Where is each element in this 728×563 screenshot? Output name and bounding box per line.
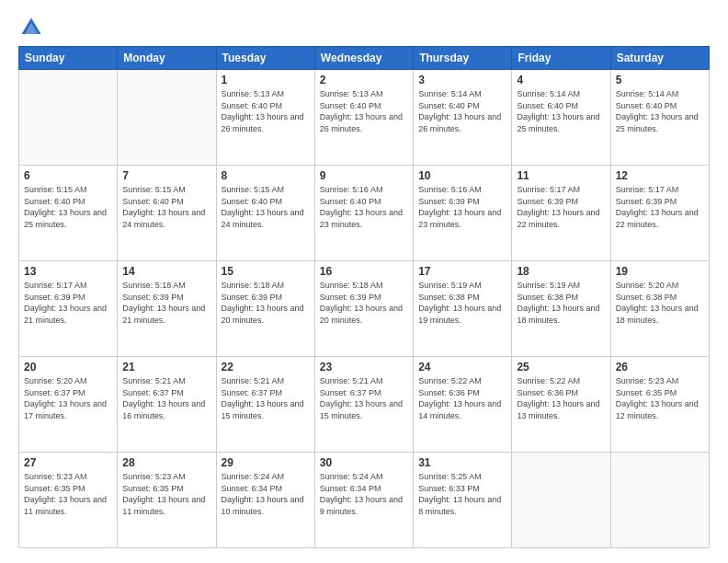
weekday-header-sunday: Sunday [19,47,118,70]
weekday-header-wednesday: Wednesday [314,47,413,70]
day-info: Sunrise: 5:17 AM Sunset: 6:39 PM Dayligh… [24,280,112,326]
calendar-cell: 30Sunrise: 5:24 AM Sunset: 6:34 PM Dayli… [314,453,413,548]
calendar-week-5: 27Sunrise: 5:23 AM Sunset: 6:35 PM Dayli… [19,453,710,548]
day-info: Sunrise: 5:19 AM Sunset: 6:38 PM Dayligh… [418,280,506,326]
day-info: Sunrise: 5:14 AM Sunset: 6:40 PM Dayligh… [517,88,605,134]
day-number: 2 [320,74,408,86]
calendar-cell: 29Sunrise: 5:24 AM Sunset: 6:34 PM Dayli… [216,453,314,548]
day-number: 25 [517,361,605,373]
day-number: 9 [320,169,408,182]
day-info: Sunrise: 5:22 AM Sunset: 6:36 PM Dayligh… [418,375,506,421]
calendar-cell: 17Sunrise: 5:19 AM Sunset: 6:38 PM Dayli… [414,261,512,357]
day-info: Sunrise: 5:15 AM Sunset: 6:40 PM Dayligh… [222,184,310,230]
day-info: Sunrise: 5:14 AM Sunset: 6:40 PM Dayligh… [616,88,704,134]
day-info: Sunrise: 5:21 AM Sunset: 6:37 PM Dayligh… [320,375,408,421]
day-number: 21 [122,361,210,373]
day-number: 8 [222,169,310,182]
day-number: 29 [222,456,310,469]
day-number: 23 [320,361,408,373]
calendar-cell: 26Sunrise: 5:23 AM Sunset: 6:35 PM Dayli… [610,357,709,453]
calendar-week-1: 1Sunrise: 5:13 AM Sunset: 6:40 PM Daylig… [19,70,710,166]
calendar-cell: 11Sunrise: 5:17 AM Sunset: 6:39 PM Dayli… [512,166,610,261]
day-number: 15 [222,265,310,278]
day-info: Sunrise: 5:18 AM Sunset: 6:39 PM Dayligh… [222,280,310,326]
day-info: Sunrise: 5:18 AM Sunset: 6:39 PM Dayligh… [320,280,408,326]
calendar-cell: 7Sunrise: 5:15 AM Sunset: 6:40 PM Daylig… [118,166,216,261]
calendar-week-2: 6Sunrise: 5:15 AM Sunset: 6:40 PM Daylig… [19,166,710,261]
day-info: Sunrise: 5:21 AM Sunset: 6:37 PM Dayligh… [222,375,310,421]
day-info: Sunrise: 5:19 AM Sunset: 6:38 PM Dayligh… [517,280,605,326]
day-number: 27 [24,456,112,469]
calendar-cell: 6Sunrise: 5:15 AM Sunset: 6:40 PM Daylig… [19,166,118,261]
day-info: Sunrise: 5:24 AM Sunset: 6:34 PM Dayligh… [222,471,310,517]
calendar-cell: 19Sunrise: 5:20 AM Sunset: 6:38 PM Dayli… [610,261,709,357]
weekday-header-tuesday: Tuesday [216,47,314,70]
calendar-cell: 20Sunrise: 5:20 AM Sunset: 6:37 PM Dayli… [19,357,118,453]
day-number: 20 [24,361,112,373]
calendar-cell: 13Sunrise: 5:17 AM Sunset: 6:39 PM Dayli… [19,261,118,357]
day-number: 17 [418,265,506,278]
weekday-header-saturday: Saturday [610,47,709,70]
calendar-week-3: 13Sunrise: 5:17 AM Sunset: 6:39 PM Dayli… [19,261,710,357]
day-info: Sunrise: 5:14 AM Sunset: 6:40 PM Dayligh… [418,88,506,134]
calendar-cell: 22Sunrise: 5:21 AM Sunset: 6:37 PM Dayli… [216,357,314,453]
calendar-week-4: 20Sunrise: 5:20 AM Sunset: 6:37 PM Dayli… [19,357,710,453]
day-info: Sunrise: 5:23 AM Sunset: 6:35 PM Dayligh… [122,471,210,517]
calendar-cell [610,453,709,548]
calendar-cell: 3Sunrise: 5:14 AM Sunset: 6:40 PM Daylig… [414,70,512,166]
day-number: 31 [418,456,506,469]
weekday-header-monday: Monday [118,47,216,70]
day-info: Sunrise: 5:17 AM Sunset: 6:39 PM Dayligh… [616,184,704,230]
calendar-cell: 8Sunrise: 5:15 AM Sunset: 6:40 PM Daylig… [216,166,314,261]
calendar-cell: 16Sunrise: 5:18 AM Sunset: 6:39 PM Dayli… [314,261,413,357]
calendar-cell: 1Sunrise: 5:13 AM Sunset: 6:40 PM Daylig… [216,70,314,166]
day-number: 5 [616,74,704,86]
calendar-cell: 18Sunrise: 5:19 AM Sunset: 6:38 PM Dayli… [512,261,610,357]
calendar-cell: 2Sunrise: 5:13 AM Sunset: 6:40 PM Daylig… [314,70,413,166]
calendar-cell: 4Sunrise: 5:14 AM Sunset: 6:40 PM Daylig… [512,70,610,166]
day-number: 13 [24,265,112,278]
calendar-cell: 27Sunrise: 5:23 AM Sunset: 6:35 PM Dayli… [19,453,118,548]
day-number: 30 [320,456,408,469]
calendar-cell: 5Sunrise: 5:14 AM Sunset: 6:40 PM Daylig… [610,70,709,166]
calendar-table: SundayMondayTuesdayWednesdayThursdayFrid… [18,46,710,548]
day-number: 12 [616,169,704,182]
day-info: Sunrise: 5:13 AM Sunset: 6:40 PM Dayligh… [320,88,408,134]
calendar-cell: 9Sunrise: 5:16 AM Sunset: 6:40 PM Daylig… [314,166,413,261]
day-info: Sunrise: 5:21 AM Sunset: 6:37 PM Dayligh… [122,375,210,421]
day-info: Sunrise: 5:23 AM Sunset: 6:35 PM Dayligh… [616,375,704,421]
day-number: 24 [418,361,506,373]
day-info: Sunrise: 5:22 AM Sunset: 6:36 PM Dayligh… [517,375,605,421]
calendar-cell: 12Sunrise: 5:17 AM Sunset: 6:39 PM Dayli… [610,166,709,261]
day-info: Sunrise: 5:25 AM Sunset: 6:33 PM Dayligh… [418,471,506,517]
day-number: 4 [517,74,605,86]
day-number: 14 [122,265,210,278]
calendar-cell: 24Sunrise: 5:22 AM Sunset: 6:36 PM Dayli… [414,357,512,453]
calendar-cell [512,453,610,548]
day-info: Sunrise: 5:23 AM Sunset: 6:35 PM Dayligh… [24,471,112,517]
day-number: 3 [418,74,506,86]
logo [18,15,48,40]
day-number: 6 [24,169,112,182]
page: SundayMondayTuesdayWednesdayThursdayFrid… [0,0,728,563]
calendar-cell [118,70,216,166]
weekday-header-row: SundayMondayTuesdayWednesdayThursdayFrid… [19,47,710,70]
day-number: 28 [122,456,210,469]
day-number: 10 [418,169,506,182]
weekday-header-thursday: Thursday [414,47,512,70]
day-number: 11 [517,169,605,182]
day-info: Sunrise: 5:20 AM Sunset: 6:38 PM Dayligh… [616,280,704,326]
calendar-cell: 28Sunrise: 5:23 AM Sunset: 6:35 PM Dayli… [118,453,216,548]
day-number: 7 [122,169,210,182]
day-info: Sunrise: 5:18 AM Sunset: 6:39 PM Dayligh… [122,280,210,326]
day-info: Sunrise: 5:15 AM Sunset: 6:40 PM Dayligh… [24,184,112,230]
day-number: 22 [222,361,310,373]
day-info: Sunrise: 5:13 AM Sunset: 6:40 PM Dayligh… [222,88,310,134]
calendar-cell: 15Sunrise: 5:18 AM Sunset: 6:39 PM Dayli… [216,261,314,357]
day-number: 19 [616,265,704,278]
day-number: 1 [222,74,310,86]
day-info: Sunrise: 5:16 AM Sunset: 6:40 PM Dayligh… [320,184,408,230]
calendar-cell: 10Sunrise: 5:16 AM Sunset: 6:39 PM Dayli… [414,166,512,261]
day-number: 16 [320,265,408,278]
day-info: Sunrise: 5:24 AM Sunset: 6:34 PM Dayligh… [320,471,408,517]
